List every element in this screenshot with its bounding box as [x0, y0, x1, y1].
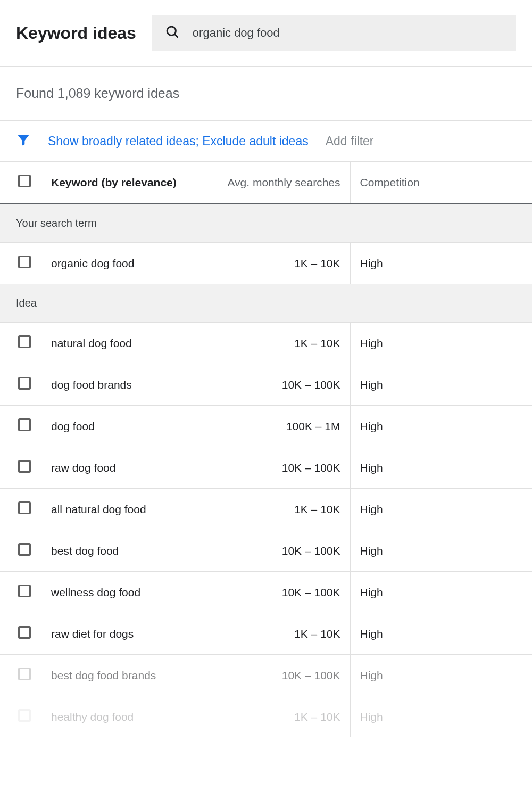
cell-keyword: dog food brands [51, 364, 195, 406]
search-icon [165, 24, 180, 42]
cell-competition: High [350, 447, 532, 489]
select-all-cell [0, 162, 51, 204]
cell-competition: High [350, 696, 532, 738]
table-row: best dog food brands 10K – 100K High [0, 655, 532, 696]
table-row: healthy dog food 1K – 10K High [0, 696, 532, 738]
cell-searches: 1K – 10K [195, 489, 350, 530]
row-checkbox[interactable] [18, 585, 31, 597]
section-label: Idea [0, 284, 532, 323]
table-row: raw diet for dogs 1K – 10K High [0, 613, 532, 655]
cell-keyword: dog food [51, 406, 195, 447]
header-bar: Keyword ideas [0, 0, 532, 67]
col-header-keyword[interactable]: Keyword (by relevance) [51, 162, 195, 204]
cell-searches: 1K – 10K [195, 243, 350, 284]
table-header-row: Keyword (by relevance) Avg. monthly sear… [0, 162, 532, 204]
cell-searches: 1K – 10K [195, 323, 350, 364]
cell-searches: 10K – 100K [195, 530, 350, 572]
cell-keyword: wellness dog food [51, 572, 195, 613]
col-header-competition[interactable]: Competition [350, 162, 532, 204]
row-checkbox[interactable] [18, 543, 31, 556]
table-row: raw dog food 10K – 100K High [0, 447, 532, 489]
page-title: Keyword ideas [16, 23, 136, 43]
results-count: Found 1,089 keyword ideas [0, 67, 532, 121]
cell-searches: 10K – 100K [195, 572, 350, 613]
cell-competition: High [350, 243, 532, 284]
row-checkbox[interactable] [18, 418, 31, 431]
table-row: dog food brands 10K – 100K High [0, 364, 532, 406]
cell-keyword: best dog food brands [51, 655, 195, 696]
cell-keyword: raw dog food [51, 447, 195, 489]
row-checkbox[interactable] [18, 626, 31, 639]
row-checkbox[interactable] [18, 709, 31, 722]
cell-keyword: best dog food [51, 530, 195, 572]
row-checkbox[interactable] [18, 377, 31, 390]
filter-icon [16, 133, 31, 150]
row-checkbox[interactable] [18, 335, 31, 348]
search-box[interactable] [152, 15, 516, 51]
section-search-term: Your search term [0, 204, 532, 243]
cell-searches: 1K – 10K [195, 696, 350, 738]
section-idea: Idea [0, 284, 532, 323]
cell-competition: High [350, 364, 532, 406]
row-checkbox[interactable] [18, 460, 31, 473]
add-filter[interactable]: Add filter [326, 134, 374, 149]
cell-searches: 100K – 1M [195, 406, 350, 447]
svg-point-0 [167, 27, 176, 35]
table-row: dog food 100K – 1M High [0, 406, 532, 447]
keyword-table: Keyword (by relevance) Avg. monthly sear… [0, 162, 532, 737]
svg-line-1 [174, 34, 178, 37]
cell-keyword: organic dog food [51, 243, 195, 284]
section-label: Your search term [0, 204, 532, 243]
filter-bar: Show broadly related ideas; Exclude adul… [0, 121, 532, 162]
table-row: all natural dog food 1K – 10K High [0, 489, 532, 530]
cell-competition: High [350, 572, 532, 613]
row-checkbox[interactable] [18, 501, 31, 514]
cell-competition: High [350, 406, 532, 447]
search-input[interactable] [193, 26, 503, 40]
table-row: organic dog food 1K – 10K High [0, 243, 532, 284]
cell-competition: High [350, 530, 532, 572]
cell-searches: 1K – 10K [195, 613, 350, 655]
cell-searches: 10K – 100K [195, 447, 350, 489]
table-row: natural dog food 1K – 10K High [0, 323, 532, 364]
cell-competition: High [350, 655, 532, 696]
cell-keyword: natural dog food [51, 323, 195, 364]
select-all-checkbox[interactable] [18, 175, 31, 187]
row-checkbox[interactable] [18, 668, 31, 680]
row-checkbox[interactable] [18, 256, 31, 268]
filter-link[interactable]: Show broadly related ideas; Exclude adul… [48, 134, 309, 149]
cell-keyword: all natural dog food [51, 489, 195, 530]
cell-searches: 10K – 100K [195, 655, 350, 696]
cell-keyword: healthy dog food [51, 696, 195, 738]
cell-competition: High [350, 613, 532, 655]
cell-searches: 10K – 100K [195, 364, 350, 406]
table-row: wellness dog food 10K – 100K High [0, 572, 532, 613]
cell-competition: High [350, 489, 532, 530]
cell-keyword: raw diet for dogs [51, 613, 195, 655]
table-row: best dog food 10K – 100K High [0, 530, 532, 572]
col-header-searches[interactable]: Avg. monthly searches [195, 162, 350, 204]
cell-competition: High [350, 323, 532, 364]
